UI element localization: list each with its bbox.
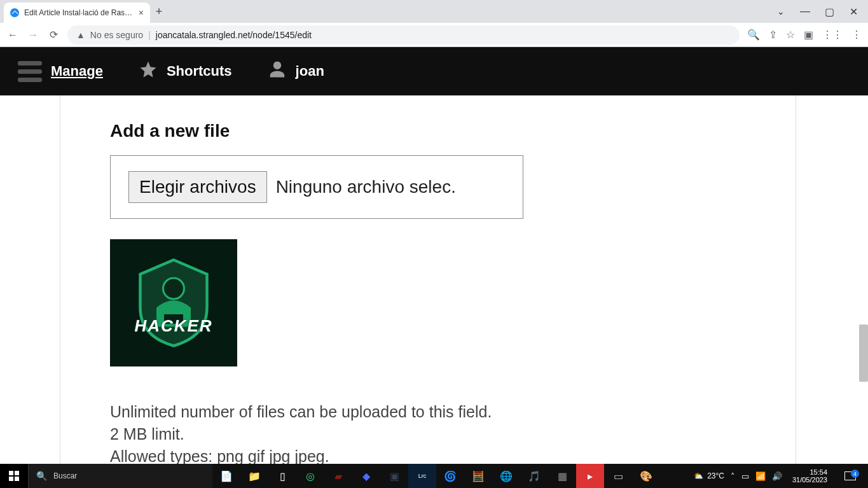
new-tab-button[interactable]: + [150, 5, 168, 18]
browser-menu-icon[interactable]: ⋮ [851, 29, 862, 41]
app-notepadpp-icon[interactable]: 📄 [212, 464, 240, 488]
side-panel-icon[interactable]: ▣ [804, 29, 813, 41]
app-calc-icon[interactable]: 🧮 [464, 464, 492, 488]
search-icon: 🔍 [36, 471, 47, 481]
bookmark-icon[interactable]: ☆ [786, 29, 795, 41]
window-minimize-icon[interactable]: — [796, 6, 815, 17]
manage-label: Manage [51, 63, 103, 80]
weather-temp: 23°C [707, 471, 724, 480]
app-crimson-icon[interactable]: ▰ [324, 464, 352, 488]
app-grey-icon[interactable]: ▦ [548, 464, 576, 488]
tab-close-icon[interactable]: × [139, 8, 144, 18]
svg-rect-4 [9, 477, 13, 481]
app-explorer-icon[interactable]: 📁 [240, 464, 268, 488]
app-blue-icon[interactable]: ◆ [352, 464, 380, 488]
clock-time: 15:54 [792, 468, 827, 476]
svg-rect-3 [15, 471, 19, 475]
manage-menu[interactable]: Manage [0, 61, 121, 82]
shortcuts-menu[interactable]: Shortcuts [121, 60, 250, 83]
file-upload-widget[interactable]: Elegir archivos Ninguno archivo selec. [110, 155, 523, 219]
app-swirl-icon[interactable]: 🌀 [436, 464, 464, 488]
hamburger-icon [18, 61, 42, 82]
browser-chrome: Edit Article Instal·lació de Raspbi × + … [0, 0, 868, 47]
tray-battery-icon[interactable]: ▭ [741, 471, 749, 481]
windows-taskbar: 🔍 Buscar 📄 📁 ▯ ◎ ▰ ◆ ▣ Lrc 🌀 🧮 🌐 🎵 ▦ ▸ ▭… [0, 464, 868, 488]
user-icon [268, 60, 287, 83]
nav-back-icon[interactable]: ← [6, 29, 19, 41]
app-dark-icon[interactable]: ▣ [380, 464, 408, 488]
tab-title: Edit Article Instal·lació de Raspbi [24, 8, 134, 17]
taskbar-search[interactable]: 🔍 Buscar [28, 464, 212, 488]
svg-rect-2 [9, 471, 13, 475]
not-secure-icon: ▲ [76, 30, 85, 40]
star-icon [139, 60, 158, 83]
tab-menu-icon[interactable]: ⌄ [771, 6, 790, 17]
weather-widget[interactable]: ⛅ 23°C [694, 471, 724, 480]
address-url: joancatala.strangled.net/node/1545/edit [156, 30, 312, 40]
scrollbar-thumb[interactable] [859, 324, 868, 382]
security-label: No es seguro [90, 30, 143, 40]
hacker-shield-icon [126, 255, 221, 351]
svg-point-0 [163, 278, 184, 299]
nav-reload-icon[interactable]: ⟳ [47, 29, 60, 41]
help-line-1: Unlimited number of files can be uploade… [110, 401, 746, 423]
user-label: joan [296, 63, 324, 80]
svg-rect-5 [15, 477, 19, 481]
tray-chevron-icon[interactable]: ˄ [731, 471, 735, 481]
start-button[interactable] [0, 464, 28, 488]
nav-forward-icon[interactable]: → [27, 29, 39, 41]
app-red-icon[interactable]: ▸ [576, 464, 604, 488]
action-center-button[interactable]: 4 [837, 471, 863, 480]
window-close-icon[interactable]: ✕ [844, 6, 863, 18]
drupal-admin-toolbar: Manage Shortcuts joan [0, 47, 868, 95]
user-menu[interactable]: joan [250, 60, 342, 83]
shortcuts-label: Shortcuts [167, 63, 232, 80]
app-chrome-icon[interactable]: 🌐 [492, 464, 520, 488]
thumbnail-caption: HACKER [134, 316, 212, 336]
tray-wifi-icon[interactable]: 📶 [755, 471, 766, 481]
help-line-2: 2 MB limit. [110, 423, 746, 445]
app-lrc-icon[interactable]: Lrc [408, 464, 436, 488]
app-terminal-icon[interactable]: ▭ [604, 464, 632, 488]
notification-badge: 4 [851, 470, 859, 478]
upload-help-text: Unlimited number of files can be uploade… [110, 401, 746, 464]
app-music-icon[interactable]: 🎵 [520, 464, 548, 488]
window-maximize-icon[interactable]: ▢ [820, 6, 839, 18]
address-actions: 🔍 ⇪ ☆ ▣ ⋮⋮ ⋮ [747, 29, 862, 41]
window-controls: ⌄ — ▢ ✕ [771, 6, 868, 18]
taskbar-apps: 📄 📁 ▯ ◎ ▰ ◆ ▣ Lrc 🌀 🧮 🌐 🎵 ▦ ▸ ▭ 🎨 [212, 464, 660, 488]
address-separator: | [148, 30, 151, 40]
search-placeholder: Buscar [53, 471, 77, 480]
uploaded-image-thumbnail[interactable]: HACKER [110, 239, 237, 366]
address-bar[interactable]: ▲ No es seguro | joancatala.strangled.ne… [67, 25, 740, 45]
page-viewport: Add a new file Elegir archivos Ninguno a… [0, 95, 868, 464]
zoom-icon[interactable]: 🔍 [747, 29, 760, 41]
tray-volume-icon[interactable]: 🔊 [772, 471, 782, 481]
app-text-icon[interactable]: ▯ [268, 464, 296, 488]
no-file-selected-label: Ninguno archivo selec. [276, 177, 456, 197]
weather-icon: ⛅ [694, 471, 703, 480]
browser-tab[interactable]: Edit Article Instal·lació de Raspbi × [4, 3, 150, 23]
section-heading: Add a new file [110, 121, 746, 141]
drupal-favicon-icon [10, 8, 19, 17]
share-icon[interactable]: ⇪ [769, 29, 777, 41]
help-line-3: Allowed types: png gif jpg jpeg. [110, 445, 746, 464]
extensions-icon[interactable]: ⋮⋮ [822, 29, 843, 41]
system-tray: ⛅ 23°C ˄ ▭ 📶 🔊 15:54 31/05/2023 4 [689, 468, 868, 484]
address-row: ← → ⟳ ▲ No es seguro | joancatala.strang… [0, 23, 868, 47]
taskbar-clock[interactable]: 15:54 31/05/2023 [789, 468, 831, 484]
content-panel: Add a new file Elegir archivos Ninguno a… [60, 95, 796, 464]
app-green-icon[interactable]: ◎ [296, 464, 324, 488]
tab-strip: Edit Article Instal·lació de Raspbi × + … [0, 0, 868, 23]
choose-files-button[interactable]: Elegir archivos [128, 171, 267, 203]
app-paint-icon[interactable]: 🎨 [632, 464, 660, 488]
clock-date: 31/05/2023 [792, 476, 827, 484]
